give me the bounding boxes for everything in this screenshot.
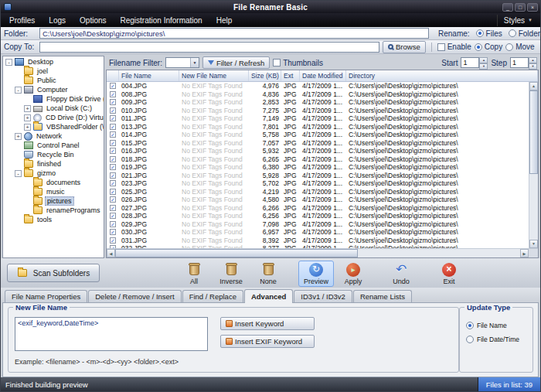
tree-item-tools[interactable]: tools: [3, 215, 104, 224]
checked-checkbox-icon[interactable]: ✓: [110, 189, 116, 195]
tree-item-local-disk-c[interactable]: +Local Disk (C:): [3, 104, 104, 113]
horizontal-scrollbar[interactable]: ◀ ▶: [107, 249, 529, 257]
styles-menu[interactable]: Styles ▼: [497, 15, 539, 26]
tree-item-finished[interactable]: finished: [3, 159, 104, 169]
all-button[interactable]: All: [176, 261, 212, 287]
maximize-button[interactable]: □: [515, 3, 526, 12]
table-row[interactable]: ✓029.JPGNo EXIF Tags Found7,098JPG4/17/2…: [107, 220, 529, 229]
filter-refresh-button[interactable]: Filter / Refresh: [202, 56, 270, 69]
inverse-button[interactable]: Inverse: [213, 261, 249, 287]
tree-item-joel[interactable]: joel: [3, 66, 104, 76]
scroll-left-icon[interactable]: ◀: [107, 249, 115, 257]
rename-folders-option[interactable]: Folders: [509, 29, 541, 38]
none-button[interactable]: None: [250, 261, 286, 287]
radio-file-datetime[interactable]: [466, 336, 474, 343]
update-file-name-option[interactable]: File Name: [466, 322, 507, 329]
row-checkbox[interactable]: ✓: [107, 83, 119, 89]
row-checkbox[interactable]: ✓: [107, 172, 119, 179]
enable-copy-option[interactable]: Enable: [437, 43, 471, 51]
row-checkbox[interactable]: ✓: [107, 189, 119, 195]
expand-icon[interactable]: +: [24, 105, 31, 112]
checked-checkbox-icon[interactable]: ✓: [110, 196, 116, 203]
row-checkbox[interactable]: ✓: [107, 148, 119, 154]
scroll-right-icon[interactable]: ▶: [520, 249, 529, 257]
update-file-datetime-option[interactable]: File Date/Time: [466, 336, 519, 343]
collapse-icon[interactable]: -: [15, 87, 22, 94]
tab-advanced[interactable]: Advanced: [244, 289, 293, 303]
menu-item-help[interactable]: Help: [209, 15, 240, 26]
preview-button[interactable]: ↻Preview: [298, 261, 334, 287]
table-row[interactable]: ✓027.JPGNo EXIF Tags Found6,266JPG4/17/2…: [107, 204, 529, 213]
table-row[interactable]: ✓026.JPGNo EXIF Tags Found4,580JPG4/17/2…: [107, 196, 529, 204]
column-header-size-kb[interactable]: Size (KB): [249, 70, 281, 81]
checked-checkbox-icon[interactable]: ✓: [110, 164, 116, 170]
row-checkbox[interactable]: ✓: [107, 107, 119, 114]
row-checkbox[interactable]: ✓: [107, 180, 119, 186]
table-row[interactable]: ✓008.JPGNo EXIF Tags Found4,836JPG4/17/2…: [107, 90, 529, 99]
checked-checkbox-icon[interactable]: ✓: [110, 107, 116, 114]
scrollbar-thumb[interactable]: [529, 90, 538, 174]
row-checkbox[interactable]: ✓: [107, 156, 119, 162]
table-row[interactable]: ✓021.JPGNo EXIF Tags Found5,928JPG4/17/2…: [107, 172, 529, 180]
radio-move[interactable]: [505, 43, 513, 51]
spin-up-icon[interactable]: ▲: [529, 57, 537, 63]
vertical-scrollbar[interactable]: ▲ ▼: [529, 82, 538, 248]
row-checkbox[interactable]: ✓: [107, 205, 119, 211]
checked-checkbox-icon[interactable]: ✓: [110, 124, 116, 130]
checked-checkbox-icon[interactable]: ✓: [110, 148, 116, 154]
column-header-file-name[interactable]: File Name: [119, 70, 179, 81]
expand-icon[interactable]: +: [24, 114, 31, 121]
row-checkbox[interactable]: ✓: [107, 221, 119, 227]
row-checkbox[interactable]: ✓: [107, 229, 119, 235]
column-header-date-modified[interactable]: Date Modified: [300, 70, 346, 81]
checked-checkbox-icon[interactable]: ✓: [110, 83, 116, 89]
tree-item-public[interactable]: Public: [3, 76, 104, 85]
tree-item-music[interactable]: music: [3, 187, 104, 196]
close-button[interactable]: ×: [527, 3, 538, 12]
start-input[interactable]: [461, 57, 479, 68]
collapse-icon[interactable]: -: [5, 59, 12, 66]
copy-to-input[interactable]: [39, 42, 379, 53]
copy-option[interactable]: Copy: [475, 43, 502, 51]
tree-item-floppy-disk-drive-a[interactable]: Floppy Disk Drive (A:): [3, 94, 104, 104]
table-row[interactable]: ✓028.JPGNo EXIF Tags Found6,256JPG4/17/2…: [107, 212, 529, 220]
filename-filter-combo[interactable]: ▼: [165, 57, 199, 68]
scrollbar-thumb[interactable]: [115, 249, 358, 257]
insert-exif-keyword-button[interactable]: Insert EXIF Keyword: [220, 335, 315, 348]
table-row[interactable]: ✓019.JPGNo EXIF Tags Found6,380JPG4/17/2…: [107, 163, 529, 172]
menu-item-registration-information[interactable]: Registration Information: [114, 15, 209, 26]
tree-item-network[interactable]: +Network: [3, 131, 104, 141]
tree-item-renameprograms[interactable]: renamePrograms: [3, 206, 104, 215]
checked-checkbox-icon[interactable]: ✓: [110, 140, 116, 146]
spin-down-icon[interactable]: ▼: [529, 63, 537, 70]
table-row[interactable]: ✓016.JPGNo EXIF Tags Found5,932JPG4/17/2…: [107, 147, 529, 155]
row-checkbox[interactable]: ✓: [107, 115, 119, 121]
row-checkbox[interactable]: ✓: [107, 99, 119, 105]
expand-icon[interactable]: +: [24, 124, 31, 131]
checked-checkbox-icon[interactable]: ✓: [110, 115, 116, 121]
tab-delete-remove-insert[interactable]: Delete / Remove / Insert: [88, 290, 181, 302]
expand-icon[interactable]: +: [15, 133, 22, 140]
apply-button[interactable]: ▸Apply: [335, 261, 371, 287]
tab-find-replace[interactable]: Find / Replace: [182, 290, 243, 302]
rename-files-option[interactable]: Files: [476, 29, 502, 38]
step-stepper[interactable]: ▲ ▼: [510, 57, 537, 68]
column-header-ext[interactable]: Ext: [281, 70, 300, 81]
scan-subfolders-button[interactable]: Scan Subfolders: [7, 264, 100, 282]
scroll-down-icon[interactable]: ▼: [529, 240, 538, 248]
spin-up-icon[interactable]: ▲: [479, 57, 488, 63]
tree-item-pictures[interactable]: pictures: [3, 196, 104, 206]
tab-id3v1-id3v2[interactable]: ID3v1 / ID3v2: [294, 290, 352, 302]
table-row[interactable]: ✓009.JPGNo EXIF Tags Found2,853JPG4/17/2…: [107, 98, 529, 107]
tree-item-cd-drive-d-virtualbox-guest[interactable]: +CD Drive (D:) VirtualBox Guest: [3, 113, 104, 122]
menu-item-logs[interactable]: Logs: [42, 15, 73, 26]
menu-item-profiles[interactable]: Profiles: [2, 15, 42, 26]
tab-rename-lists[interactable]: Rename Lists: [353, 290, 412, 302]
checked-checkbox-icon[interactable]: ✓: [110, 99, 116, 105]
radio-file-name[interactable]: [466, 322, 474, 329]
table-row[interactable]: ✓011.JPGNo EXIF Tags Found7,149JPG4/17/2…: [107, 114, 529, 123]
thumbnails-option[interactable]: Thumbnails: [273, 59, 323, 67]
menu-item-options[interactable]: Options: [73, 15, 113, 26]
start-stepper[interactable]: ▲ ▼: [461, 57, 488, 68]
table-row[interactable]: ✓031.JPGNo EXIF Tags Found8,392JPG4/17/2…: [107, 237, 529, 245]
